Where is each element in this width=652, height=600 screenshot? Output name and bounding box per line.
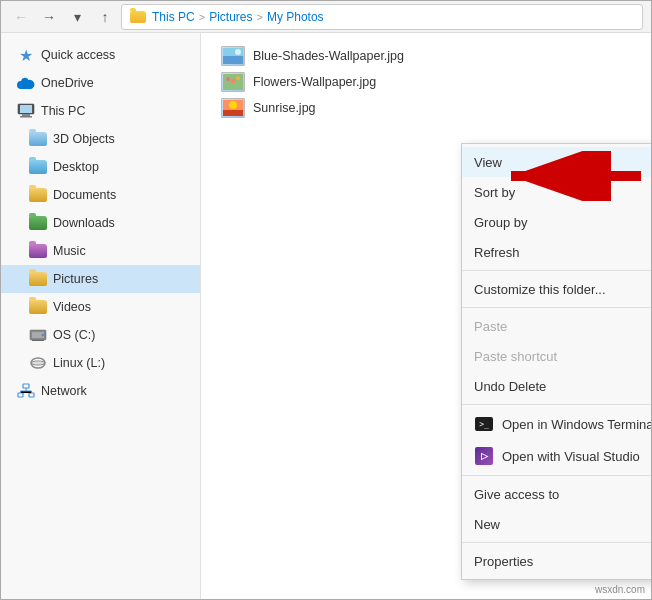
- svg-point-22: [229, 101, 237, 109]
- svg-point-19: [236, 76, 240, 80]
- sidebar-item-pictures[interactable]: Pictures: [1, 265, 200, 293]
- sidebar-item-3d-objects[interactable]: 3D Objects: [1, 125, 200, 153]
- sidebar: ★ Quick access OneDrive: [1, 33, 201, 599]
- separator-2: [462, 307, 651, 308]
- menu-label-paste: Paste: [474, 319, 507, 334]
- up-button[interactable]: ↑: [93, 5, 117, 29]
- folder-icon: [130, 11, 146, 23]
- separator-1: [462, 270, 651, 271]
- sidebar-label-network: Network: [41, 384, 87, 398]
- folder-pictures-icon: [29, 270, 47, 288]
- sidebar-label-quick-access: Quick access: [41, 48, 115, 62]
- sidebar-item-videos[interactable]: Videos: [1, 293, 200, 321]
- path-thispc[interactable]: This PC: [152, 10, 195, 24]
- menu-item-group-by[interactable]: Group by ►: [462, 207, 651, 237]
- menu-label-open-vs: Open with Visual Studio: [502, 449, 640, 464]
- sidebar-label-3d-objects: 3D Objects: [53, 132, 115, 146]
- sidebar-label-videos: Videos: [53, 300, 91, 314]
- path-sep-1: >: [199, 11, 205, 23]
- drive-linux-icon: [29, 354, 47, 372]
- menu-item-new[interactable]: New ►: [462, 509, 651, 539]
- sidebar-label-onedrive: OneDrive: [41, 76, 94, 90]
- file-thumbnail: [221, 98, 245, 118]
- menu-label-properties: Properties: [474, 554, 533, 569]
- file-thumbnail: [221, 46, 245, 66]
- sidebar-item-this-pc[interactable]: This PC: [1, 97, 200, 125]
- sidebar-item-downloads[interactable]: Downloads: [1, 209, 200, 237]
- file-name: Flowers-Wallpaper.jpg: [253, 75, 376, 89]
- menu-item-give-access[interactable]: Give access to ►: [462, 479, 651, 509]
- sidebar-item-onedrive[interactable]: OneDrive: [1, 69, 200, 97]
- forward-button[interactable]: →: [37, 5, 61, 29]
- menu-item-view[interactable]: View ►: [462, 147, 651, 177]
- menu-item-refresh[interactable]: Refresh: [462, 237, 651, 267]
- menu-item-open-vs[interactable]: ▷ Open with Visual Studio: [462, 440, 651, 472]
- recent-button[interactable]: ▾: [65, 5, 89, 29]
- svg-point-17: [226, 77, 230, 81]
- sidebar-label-music: Music: [53, 244, 86, 258]
- drive-c-icon: [29, 326, 47, 344]
- sidebar-item-quick-access[interactable]: ★ Quick access: [1, 41, 200, 69]
- svg-rect-14: [223, 56, 243, 64]
- sidebar-item-network[interactable]: Network: [1, 377, 200, 405]
- terminal-icon: >_: [474, 414, 494, 434]
- sidebar-item-documents[interactable]: Documents: [1, 181, 200, 209]
- menu-item-sort-by[interactable]: Sort by ►: [462, 177, 651, 207]
- sidebar-label-linux-l: Linux (L:): [53, 356, 105, 370]
- list-item[interactable]: Blue-Shades-Wallpaper.jpg: [217, 43, 635, 69]
- svg-point-15: [235, 49, 241, 55]
- path-pictures[interactable]: Pictures: [209, 10, 252, 24]
- folder-desktop-icon: [29, 158, 47, 176]
- folder-documents-icon: [29, 186, 47, 204]
- folder-downloads-icon: [29, 214, 47, 232]
- menu-item-customize-folder[interactable]: Customize this folder...: [462, 274, 651, 304]
- visual-studio-icon: ▷: [474, 446, 494, 466]
- file-explorer-window: ← → ▾ ↑ This PC > Pictures > My Photos ★…: [0, 0, 652, 600]
- file-list: Blue-Shades-Wallpaper.jpg Flowers-Wallpa…: [217, 43, 635, 121]
- computer-icon: [17, 102, 35, 120]
- separator-5: [462, 542, 651, 543]
- menu-label-undo-delete: Undo Delete: [474, 379, 546, 394]
- sidebar-item-music[interactable]: Music: [1, 237, 200, 265]
- menu-label-group-by: Group by: [474, 215, 527, 230]
- svg-rect-12: [29, 393, 34, 397]
- sidebar-label-desktop: Desktop: [53, 160, 99, 174]
- sidebar-label-os-c: OS (C:): [53, 328, 95, 342]
- svg-point-6: [42, 334, 45, 337]
- network-icon: [17, 382, 35, 400]
- sidebar-item-linux-l[interactable]: Linux (L:): [1, 349, 200, 377]
- menu-label-sort-by: Sort by: [474, 185, 515, 200]
- menu-label-new: New: [474, 517, 500, 532]
- menu-item-properties[interactable]: Properties: [462, 546, 651, 576]
- sidebar-label-downloads: Downloads: [53, 216, 115, 230]
- list-item[interactable]: Sunrise.jpg: [217, 95, 635, 121]
- sidebar-item-desktop[interactable]: Desktop: [1, 153, 200, 181]
- back-button[interactable]: ←: [9, 5, 33, 29]
- list-item[interactable]: Flowers-Wallpaper.jpg: [217, 69, 635, 95]
- menu-item-paste: Paste: [462, 311, 651, 341]
- svg-rect-7: [32, 340, 44, 341]
- sidebar-label-documents: Documents: [53, 188, 116, 202]
- svg-rect-21: [223, 110, 243, 116]
- sidebar-item-os-c[interactable]: OS (C:): [1, 321, 200, 349]
- folder-videos-icon: [29, 298, 47, 316]
- watermark: wsxdn.com: [595, 584, 645, 595]
- star-icon: ★: [17, 46, 35, 64]
- menu-item-paste-shortcut: Paste shortcut: [462, 341, 651, 371]
- folder-3d-icon: [29, 130, 47, 148]
- context-menu: View ► Sort by ► Group by ► Refresh: [461, 143, 651, 580]
- menu-label-refresh: Refresh: [474, 245, 520, 260]
- menu-label-give-access: Give access to: [474, 487, 559, 502]
- path-myphotos[interactable]: My Photos: [267, 10, 324, 24]
- menu-item-open-terminal[interactable]: >_ Open in Windows Terminal: [462, 408, 651, 440]
- menu-label-paste-shortcut: Paste shortcut: [474, 349, 557, 364]
- menu-item-undo-delete[interactable]: Undo Delete Ctrl+Z: [462, 371, 651, 401]
- svg-rect-11: [18, 393, 23, 397]
- separator-4: [462, 475, 651, 476]
- separator-3: [462, 404, 651, 405]
- folder-music-icon: [29, 242, 47, 260]
- menu-label-open-terminal: Open in Windows Terminal: [502, 417, 651, 432]
- address-bar[interactable]: This PC > Pictures > My Photos: [121, 4, 643, 30]
- content-area: ★ Quick access OneDrive: [1, 33, 651, 599]
- svg-rect-3: [20, 116, 32, 118]
